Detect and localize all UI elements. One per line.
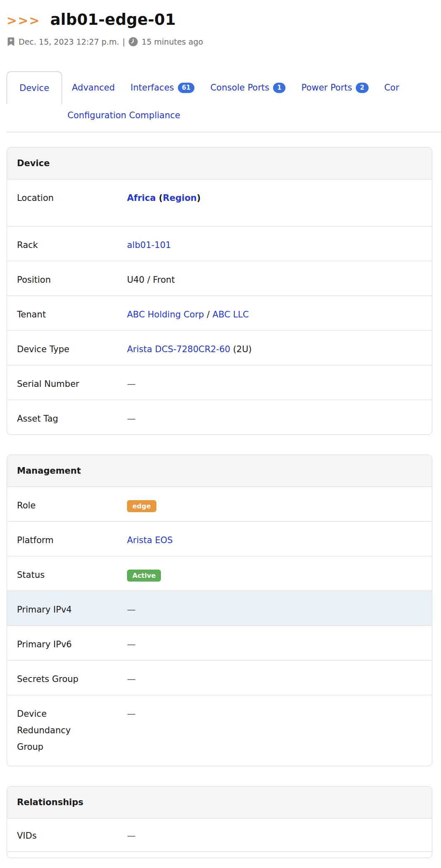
value-text: (2U)	[230, 344, 252, 354]
field-label: Tenant	[17, 306, 89, 323]
tab-row-2: Configuration Compliance	[67, 110, 441, 127]
tab-configuration-compliance[interactable]: Configuration Compliance	[67, 110, 180, 120]
tab-label: Advanced	[72, 83, 115, 93]
timestamp-separator: |	[122, 37, 125, 46]
field-row-device-type: Device TypeArista DCS-7280CR2-60 (2U)	[7, 330, 432, 365]
field-value: ABC Holding Corp / ABC LLC	[127, 306, 249, 323]
field-label: Position	[17, 272, 89, 288]
timestamps-bar: Dec. 15, 2023 12:27 p.m. | 15 minutes ag…	[7, 37, 441, 47]
tab-bar: DeviceAdvancedInterfaces61Console Ports1…	[7, 72, 441, 127]
field-value: Arista DCS-7280CR2-60 (2U)	[127, 341, 252, 358]
field-label: Secrets Group	[17, 671, 89, 687]
panel-title: Relationships	[7, 787, 432, 818]
tab-label: Interfaces	[131, 83, 174, 93]
field-label: Rack	[17, 237, 89, 253]
tab-label: Console Ports	[210, 83, 269, 93]
field-row-primary-ipv6: Primary IPv6—	[7, 625, 432, 660]
created-timestamp: Dec. 15, 2023 12:27 p.m.	[19, 37, 119, 46]
edge-badge[interactable]: edge	[127, 500, 156, 512]
tab-cor[interactable]: Cor	[384, 83, 399, 93]
empty-value-dash: —	[127, 709, 136, 719]
value-link[interactable]: Region	[163, 193, 197, 203]
brand-chevrons-logo: >>>	[7, 13, 40, 28]
panel-device: DeviceLocationAfrica (Region)Rackalb01-1…	[7, 147, 432, 435]
field-row-device-redundancy-group: Device Redundancy Group—	[7, 695, 432, 766]
field-value: alb01-101	[127, 237, 171, 253]
field-value: —	[127, 671, 136, 687]
clipped-next-row	[7, 851, 432, 858]
value-link[interactable]: alb01-101	[127, 240, 171, 250]
field-row-asset-tag: Asset Tag—	[7, 400, 432, 434]
field-label: VIDs	[17, 827, 89, 844]
field-value: Arista EOS	[127, 532, 173, 548]
value-text: )	[197, 193, 201, 203]
tab-row-1: DeviceAdvancedInterfaces61Console Ports1…	[7, 72, 441, 104]
tab-count-badge: 2	[356, 83, 368, 93]
field-value: —	[127, 827, 136, 844]
value-link[interactable]: Arista DCS-7280CR2-60	[127, 344, 230, 354]
panel-management: ManagementRoleedgePlatformArista EOSStat…	[7, 455, 432, 766]
tab-advanced[interactable]: Advanced	[72, 83, 115, 93]
tab-label: Device	[19, 83, 49, 93]
panel-relationships: RelationshipsVIDs—	[7, 786, 432, 858]
tabs-divider	[7, 132, 441, 132]
tab-label: Configuration Compliance	[67, 110, 180, 120]
value-link[interactable]: Africa	[127, 193, 156, 203]
field-value: —	[127, 601, 136, 618]
field-row-status: StatusActive	[7, 556, 432, 591]
panel-title: Management	[7, 455, 432, 487]
panel-title: Device	[7, 148, 432, 179]
tab-count-badge: 1	[273, 83, 285, 93]
field-label: Platform	[17, 532, 89, 548]
field-value: —	[127, 636, 136, 653]
field-row-secrets-group: Secrets Group—	[7, 660, 432, 695]
field-row-position: PositionU40 / Front	[7, 261, 432, 296]
field-row-rack: Rackalb01-101	[7, 226, 432, 261]
page-header: >>> alb01-edge-01	[7, 11, 441, 29]
field-label: Primary IPv6	[17, 636, 89, 653]
value-link[interactable]: ABC Holding Corp	[127, 310, 204, 320]
field-row-platform: PlatformArista EOS	[7, 521, 432, 556]
value-text: /	[204, 310, 212, 320]
value-link[interactable]: ABC LLC	[213, 310, 249, 320]
field-label: Asset Tag	[17, 410, 89, 427]
empty-value-dash: —	[127, 605, 136, 615]
field-row-tenant: TenantABC Holding Corp / ABC LLC	[7, 296, 432, 330]
value-text: (	[156, 193, 163, 203]
field-label: Status	[17, 567, 89, 583]
field-value: —	[127, 410, 136, 427]
field-row-location: LocationAfrica (Region)	[7, 179, 432, 226]
value-link[interactable]: Arista EOS	[127, 535, 173, 545]
field-value: edge	[127, 497, 156, 514]
bookmark-plus-icon	[7, 37, 15, 47]
empty-value-dash: —	[127, 639, 136, 649]
empty-value-dash: —	[127, 831, 136, 841]
field-row-serial-number: Serial Number—	[7, 365, 432, 400]
tab-count-badge: 61	[178, 83, 195, 93]
tab-device[interactable]: Device	[7, 72, 62, 104]
value-text: U40 / Front	[127, 275, 175, 285]
active-badge[interactable]: Active	[127, 570, 161, 582]
empty-value-dash: —	[127, 674, 136, 684]
field-label: Primary IPv4	[17, 601, 89, 618]
field-label: Role	[17, 497, 89, 514]
field-value: U40 / Front	[127, 272, 175, 288]
tab-interfaces[interactable]: Interfaces61	[131, 83, 195, 93]
field-value: Africa (Region)	[127, 190, 201, 206]
tab-console-ports[interactable]: Console Ports1	[210, 83, 285, 93]
field-row-role: Roleedge	[7, 487, 432, 521]
field-row-primary-ipv4: Primary IPv4—	[7, 591, 432, 625]
clock-icon	[128, 37, 138, 47]
field-label: Serial Number	[17, 376, 89, 392]
field-value: —	[127, 376, 136, 392]
page-title: alb01-edge-01	[50, 11, 176, 29]
tab-label: Cor	[384, 83, 399, 93]
field-value: —	[127, 706, 136, 722]
field-value: Active	[127, 567, 161, 583]
empty-value-dash: —	[127, 414, 136, 424]
field-label: Device Type	[17, 341, 89, 358]
empty-value-dash: —	[127, 379, 136, 389]
tab-label: Power Ports	[301, 83, 352, 93]
updated-timestamp: 15 minutes ago	[141, 37, 203, 46]
tab-power-ports[interactable]: Power Ports2	[301, 83, 368, 93]
